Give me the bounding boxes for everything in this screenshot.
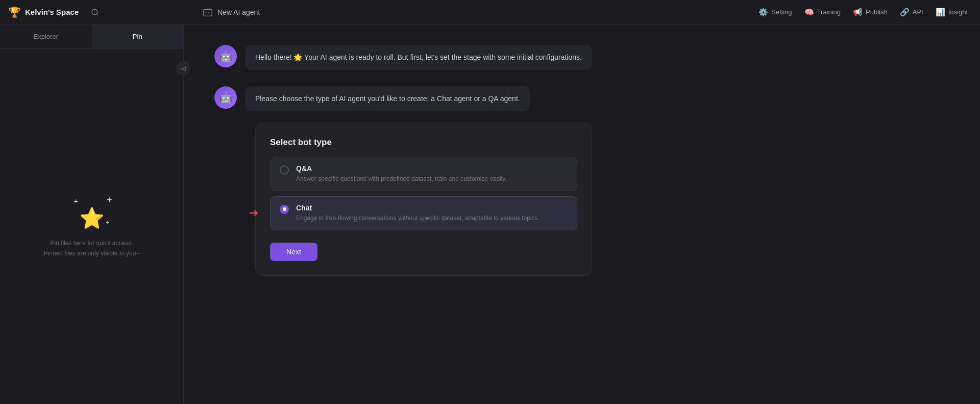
tab-explorer[interactable]: Explorer [0,25,92,49]
agent-nav-icon [202,7,213,18]
publish-icon: 📢 [853,8,863,17]
api-label: API [913,8,923,16]
sidebar-pin-content: + + ⭐ + Pin files here for quick access.… [0,49,183,404]
pin-description: Pin files here for quick access. Pinned … [44,239,140,258]
setting-icon: ⚙️ [758,8,768,17]
tab-pin[interactable]: Pin [92,25,184,49]
qa-radio[interactable] [280,165,289,175]
search-button[interactable] [87,4,103,20]
training-label: Training [817,8,841,16]
pin-illustration: + + ⭐ + [71,195,112,230]
workspace-name: Kelvin's Space [25,8,79,16]
next-button[interactable]: Next [270,243,317,261]
bot-avatar-2: 🤖 [214,86,237,109]
svg-line-1 [96,14,98,15]
qa-desc: Answer specific questions with predefine… [296,175,507,183]
nav-right: ⚙️ Setting 🧠 Training 📢 Publish 🔗 API 📊 … [758,8,972,17]
chat-message-2: 🤖 Please choose the type of AI agent you… [214,86,664,111]
message-bubble-2: Please choose the type of AI agent you'd… [245,86,530,111]
sidebar-collapse-button[interactable]: ◁ [176,61,190,76]
svg-rect-2 [204,9,212,16]
bot-avatar-1: 🤖 [214,45,237,67]
page-title: New AI agent [217,8,260,16]
chat-radio[interactable] [280,205,289,214]
svg-point-0 [92,9,97,15]
setting-label: Setting [771,8,792,16]
sparkle-plus-1: + [74,197,78,205]
bot-type-card: Select bot type Q&A Answer specific ques… [255,123,592,276]
bot-avatar-icon-2: 🤖 [219,91,232,104]
chat-option[interactable]: ➔ Chat Engage in free-flowing conversati… [270,196,577,230]
radio-inner-dot [283,207,286,211]
insight-button[interactable]: 📊 Insight [936,8,968,17]
nav-left: 🏆 Kelvin's Space [8,4,192,20]
api-button[interactable]: 🔗 API [900,8,923,17]
arrow-indicator: ➔ [249,206,258,220]
sidebar-tabs: Explorer Pin [0,25,183,49]
chat-area: 🤖 Hello there! 🌟 Your AI agent is ready … [184,25,980,404]
qa-content: Q&A Answer specific questions with prede… [296,164,507,183]
publish-label: Publish [866,8,888,16]
top-navigation: 🏆 Kelvin's Space New AI agent ⚙️ Setting… [0,0,980,25]
qa-title: Q&A [296,164,507,173]
chat-content: Chat Engage in free-flowing conversation… [296,204,540,223]
publish-button[interactable]: 📢 Publish [853,8,888,17]
chat-message-1: 🤖 Hello there! 🌟 Your AI agent is ready … [214,45,664,70]
collapse-icon: ◁ [181,65,186,72]
chat-desc: Engage in free-flowing conversations wit… [296,214,540,223]
bot-avatar-icon-1: 🤖 [219,50,232,62]
nav-center: New AI agent [192,7,758,18]
api-icon: 🔗 [900,8,910,17]
chat-title: Chat [296,204,540,212]
card-title: Select bot type [270,137,577,148]
main-layout: Explorer Pin + + ⭐ + Pin files here for … [0,25,980,404]
workspace-logo: 🏆 [8,6,21,18]
sidebar: Explorer Pin + + ⭐ + Pin files here for … [0,25,184,404]
sparkle-plus-2: + [107,195,112,205]
star-icon: ⭐ [79,206,105,230]
training-button[interactable]: 🧠 Training [804,8,841,17]
message-bubble-1: Hello there! 🌟 Your AI agent is ready to… [245,45,592,70]
sparkle-plus-3: + [106,219,109,226]
training-icon: 🧠 [804,8,814,17]
insight-label: Insight [948,8,968,16]
setting-button[interactable]: ⚙️ Setting [758,8,792,17]
insight-icon: 📊 [936,8,945,17]
qa-option[interactable]: Q&A Answer specific questions with prede… [270,157,577,191]
